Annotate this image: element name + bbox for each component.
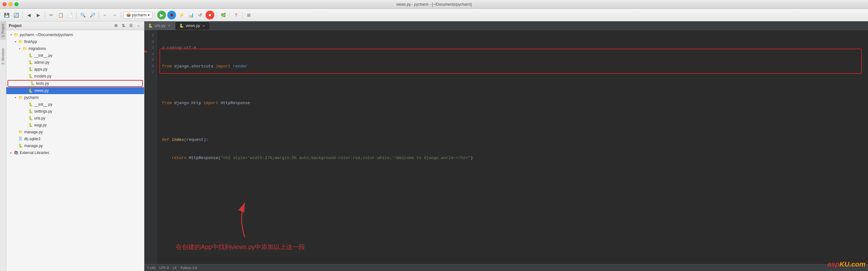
tree-init-firstapp[interactable]: 🐍 __init__.py bbox=[6, 52, 144, 59]
maximize-button[interactable] bbox=[14, 2, 19, 6]
tree-root[interactable]: ▾ 📁 pycharm ~/Documents/pycharm bbox=[6, 31, 144, 38]
search-btn[interactable]: 🔍 bbox=[79, 11, 87, 19]
watermark-asp: asp bbox=[828, 260, 839, 268]
urls-tab-close[interactable]: ✕ bbox=[167, 24, 171, 28]
tree-init-pycharm[interactable]: 🐍 __init__.py bbox=[6, 101, 144, 108]
sort-icon[interactable]: ⇅ bbox=[120, 23, 126, 29]
expand-placeholder bbox=[23, 123, 28, 127]
gear-icon[interactable]: ⚙ bbox=[113, 23, 119, 29]
sep8 bbox=[229, 12, 230, 18]
replace-btn[interactable]: 🔎 bbox=[88, 11, 96, 19]
settings-icon[interactable]: ☰ bbox=[128, 23, 134, 29]
sidebar-tab-structure[interactable]: 2: Structure bbox=[0, 46, 6, 67]
expand-arrow-icon: ▸ bbox=[9, 150, 13, 155]
tab-urls[interactable]: 🐍 urls.py ✕ bbox=[144, 21, 176, 30]
tree-admin[interactable]: 🐍 admin.py bbox=[6, 59, 144, 66]
minimize-button[interactable] bbox=[8, 2, 12, 6]
models-label: models.py bbox=[34, 74, 52, 78]
file-tree: ▾ 📁 pycharm ~/Documents/pycharm ▾ 📁 firs… bbox=[6, 30, 144, 271]
code-content[interactable]: # coding:utf-8 from django.shortcuts imp… bbox=[157, 30, 868, 264]
side-tab-bar: 1: Project 2: Structure bbox=[0, 21, 6, 271]
settings-label: settings.py bbox=[34, 109, 52, 113]
tree-wsgi[interactable]: 🐍 wsgi.py bbox=[6, 122, 144, 129]
root-label: pycharm ~/Documents/pycharm bbox=[20, 33, 73, 37]
editor-tab-bar: 🐍 urls.py ✕ 🐍 views.py ✕ bbox=[144, 21, 868, 30]
coverage-btn[interactable]: ⚡ bbox=[177, 11, 185, 19]
collapse-icon[interactable]: – bbox=[135, 23, 142, 29]
tree-tests[interactable]: 🐍 tests.py bbox=[7, 80, 143, 87]
reload-btn[interactable]: ↺ bbox=[196, 11, 204, 19]
debug-button[interactable]: 🐞 bbox=[167, 11, 176, 20]
next-btn[interactable]: → bbox=[111, 11, 119, 19]
dropdown-arrow-icon: ▾ bbox=[148, 13, 150, 17]
external-libs-label: External Libraries bbox=[20, 150, 49, 155]
sep1 bbox=[22, 12, 23, 18]
expand-placeholder bbox=[23, 60, 28, 65]
apps-label: apps.py bbox=[34, 67, 48, 71]
project-dropdown[interactable]: 📦 pycharm ▾ bbox=[123, 11, 153, 19]
tree-settings[interactable]: 🐍 settings.py bbox=[6, 108, 144, 115]
code-line-5 bbox=[162, 118, 863, 125]
sep2 bbox=[44, 12, 45, 18]
urls-pycharm-label: urls.py bbox=[34, 116, 45, 121]
code-line-2: from django.shortcuts import render bbox=[162, 63, 863, 70]
status-bar: 7:140 UTF-8 LF Python 3.6 bbox=[144, 264, 868, 271]
prev-btn[interactable]: ← bbox=[101, 11, 109, 19]
tree-apps[interactable]: 🐍 apps.py bbox=[6, 66, 144, 73]
py-icon: 🐍 bbox=[30, 81, 35, 86]
tree-urls[interactable]: 🐍 urls.py bbox=[6, 115, 144, 122]
init-label: __init__.py bbox=[34, 53, 53, 58]
vcs-btn[interactable]: 🌿 bbox=[219, 11, 227, 19]
tree-firstapp[interactable]: ▾ 📁 firstApp bbox=[6, 38, 144, 45]
panel-title: Project bbox=[9, 24, 22, 28]
line-numbers: 1 2 3 4 5 6 7 bbox=[144, 30, 157, 264]
forward-btn[interactable]: ▶ bbox=[34, 11, 42, 19]
py-icon: 🐍 bbox=[28, 102, 33, 107]
tree-views[interactable]: 🐍 views.py bbox=[6, 87, 144, 94]
tab-views[interactable]: 🐍 views.py ✕ bbox=[176, 21, 210, 30]
copy-btn[interactable]: 📋 bbox=[57, 11, 65, 19]
init-pycharm-label: __init__.py bbox=[34, 102, 53, 107]
sync-btn[interactable]: 🔄 bbox=[12, 11, 20, 19]
stop-button[interactable]: ■ bbox=[206, 11, 214, 20]
profile-btn[interactable]: 📊 bbox=[187, 11, 195, 19]
py-icon: 🐍 bbox=[18, 143, 23, 148]
sep3 bbox=[76, 12, 76, 18]
tree-migrations[interactable]: ▸ 📁 migrations bbox=[6, 45, 144, 52]
cut-btn[interactable]: ✂ bbox=[47, 11, 55, 19]
tree-db[interactable]: 🗄 db.sqlite3 bbox=[6, 135, 144, 142]
migrations-label: migrations bbox=[29, 46, 46, 51]
panel-header-actions: ⚙ ⇅ ☰ – bbox=[113, 23, 142, 29]
paste-btn[interactable]: 📄 bbox=[66, 11, 74, 19]
project-icon: 📦 bbox=[126, 13, 131, 17]
close-button[interactable] bbox=[2, 2, 7, 6]
window-title: views.py - pycharm - [~/Documents/pychar… bbox=[396, 2, 472, 7]
code-editor[interactable]: 1 2 3 4 5 6 7 # coding:utf-8 from django… bbox=[144, 30, 868, 264]
tree-pycharm-folder[interactable]: ▾ 📁 pycharm bbox=[6, 94, 144, 101]
tree-templates[interactable]: 📁 manage.py bbox=[6, 129, 144, 135]
expand-placeholder bbox=[23, 109, 28, 113]
tree-models[interactable]: 🐍 models.py bbox=[6, 73, 144, 80]
save-btn[interactable]: 💾 bbox=[2, 11, 11, 19]
back-btn[interactable]: ◀ bbox=[25, 11, 33, 19]
tree-external-libs[interactable]: ▸ 📚 External Libraries bbox=[6, 149, 144, 156]
title-bar: views.py - pycharm - [~/Documents/pychar… bbox=[0, 0, 868, 9]
tree-manage[interactable]: 🐍 manage.py bbox=[6, 142, 144, 149]
expand-arrow-icon: ▾ bbox=[9, 33, 13, 37]
views-tab-close[interactable]: ✕ bbox=[202, 24, 206, 28]
code-line-6: def index(request): bbox=[162, 137, 863, 143]
admin-label: admin.py bbox=[34, 60, 50, 65]
py-icon: 🐍 bbox=[28, 123, 33, 128]
help-btn[interactable]: ? bbox=[232, 11, 240, 19]
sidebar-tab-project[interactable]: 1: Project bbox=[0, 21, 6, 39]
terminal-btn[interactable]: ⊞ bbox=[245, 11, 253, 19]
status-python-version: Python 3.6 bbox=[181, 266, 197, 270]
expand-arrow-icon: ▾ bbox=[13, 95, 18, 100]
expand-arrow-icon: ▾ bbox=[13, 39, 18, 44]
expand-placeholder bbox=[23, 116, 28, 121]
code-line-4: from django.http import HttpResponse bbox=[162, 100, 863, 106]
run-button[interactable]: ▶ bbox=[157, 11, 166, 20]
py-icon: 🐍 bbox=[28, 67, 33, 72]
main-area: 1: Project 2: Structure Project ⚙ ⇅ ☰ – … bbox=[0, 21, 868, 271]
panel-header: Project ⚙ ⇅ ☰ – bbox=[6, 21, 144, 30]
